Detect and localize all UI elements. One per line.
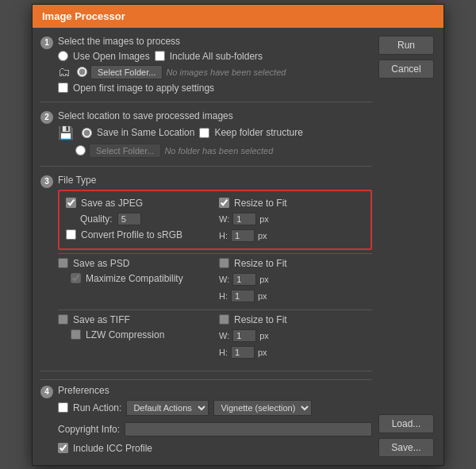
save-as-jpeg-checkbox[interactable] bbox=[66, 198, 76, 208]
resize-fit-psd-label: Resize to Fit bbox=[234, 258, 287, 269]
psd-h-input[interactable] bbox=[231, 290, 255, 302]
section4-content: Run Action: Default Actions Vignette (se… bbox=[58, 400, 372, 457]
tiff-h-input[interactable] bbox=[231, 346, 255, 359]
convert-profile-label: Convert Profile to sRGB bbox=[81, 229, 182, 240]
tiff-w-label: W: bbox=[219, 331, 229, 340]
save-as-tiff-checkbox[interactable] bbox=[58, 314, 68, 325]
folder-icon: 🗂 bbox=[58, 65, 71, 79]
jpeg-right-col: Resize to Fit W: px H: bbox=[219, 198, 364, 242]
tiff-h-row: H: px bbox=[219, 346, 372, 359]
tiff-h-label: H: bbox=[219, 348, 228, 357]
save-folder-button[interactable]: Select Folder... bbox=[89, 144, 161, 158]
section3-number: 3 bbox=[40, 175, 53, 188]
section1-row1: Use Open Images Include All sub-folders bbox=[58, 51, 372, 62]
open-first-image-checkbox[interactable] bbox=[58, 83, 68, 93]
run-action-checkbox[interactable] bbox=[58, 402, 68, 413]
max-compat-label: Maximize Compatibility bbox=[86, 273, 183, 284]
psd-right-col: Resize to Fit W: px H: bbox=[219, 258, 372, 302]
max-compat-checkbox[interactable] bbox=[71, 273, 81, 283]
include-subfolders-checkbox[interactable] bbox=[155, 51, 165, 61]
open-first-image-label: Open first image to apply settings bbox=[73, 83, 214, 94]
psd-section: Save as PSD Maximize Compatibility bbox=[58, 253, 372, 306]
jpeg-w-row: W: px bbox=[219, 213, 364, 225]
image-processor-dialog: Image Processor 1 Select the images to p… bbox=[32, 4, 444, 466]
use-open-images-label: Use Open Images bbox=[73, 51, 150, 62]
tiff-w-input[interactable] bbox=[232, 329, 256, 342]
save-jpeg-row: Save as JPEG bbox=[66, 198, 211, 209]
section2-header: 2 Select location to save processed imag… bbox=[40, 110, 372, 124]
save-as-psd-label: Save as PSD bbox=[73, 258, 129, 269]
resize-fit-psd-checkbox[interactable] bbox=[219, 258, 229, 268]
dialog-title: Image Processor bbox=[42, 10, 125, 22]
include-icc-label: Include ICC Profile bbox=[73, 443, 152, 454]
jpeg-inner: Save as JPEG Quality: 5 Convert Profile … bbox=[66, 198, 364, 242]
psd-h-px: px bbox=[258, 291, 267, 301]
save-tiff-row: Save as TIFF bbox=[58, 314, 211, 325]
default-actions-select[interactable]: Default Actions bbox=[126, 400, 209, 416]
section4-number: 4 bbox=[40, 386, 53, 398]
lzw-checkbox[interactable] bbox=[71, 329, 81, 340]
resize-fit-jpeg-checkbox[interactable] bbox=[219, 198, 229, 208]
section3-label: File Type bbox=[58, 175, 96, 186]
keep-folder-structure-label: Keep folder structure bbox=[214, 127, 302, 138]
resize-fit-jpeg-row: Resize to Fit bbox=[219, 198, 364, 209]
select-folder-radio[interactable] bbox=[77, 67, 87, 77]
main-panel: 1 Select the images to process Use Open … bbox=[40, 36, 372, 457]
section2-row1: 💾 Save in Same Location Keep folder stru… bbox=[58, 125, 372, 140]
tiff-right-col: Resize to Fit W: px H: bbox=[219, 314, 372, 359]
quality-row: Quality: 5 bbox=[80, 213, 211, 225]
tiff-section: Save as TIFF LZW Compression bbox=[58, 309, 372, 363]
psd-h-row: H: px bbox=[219, 290, 372, 302]
cancel-button[interactable]: Cancel bbox=[378, 60, 434, 79]
section4-header: 4 Preferences bbox=[40, 385, 372, 398]
side-panel: Run Cancel Load... Save... bbox=[378, 36, 436, 457]
section1-header: 1 Select the images to process bbox=[40, 36, 372, 49]
psd-inner: Save as PSD Maximize Compatibility bbox=[58, 258, 372, 302]
section2-number: 2 bbox=[40, 111, 53, 124]
convert-profile-row: Convert Profile to sRGB bbox=[66, 229, 211, 240]
copyright-row: Copyright Info: bbox=[58, 422, 372, 436]
section2-label: Select location to save processed images bbox=[58, 110, 233, 121]
save-select-folder-radio[interactable] bbox=[75, 145, 86, 156]
save-as-psd-checkbox[interactable] bbox=[58, 258, 68, 268]
jpeg-h-row: H: px bbox=[219, 229, 364, 242]
save-icon: 💾 bbox=[58, 125, 74, 140]
jpeg-h-input[interactable] bbox=[231, 229, 255, 242]
convert-profile-checkbox[interactable] bbox=[66, 229, 76, 240]
run-action-row: Run Action: Default Actions Vignette (se… bbox=[58, 400, 372, 416]
tiff-w-px: px bbox=[259, 331, 269, 340]
use-open-images-radio[interactable] bbox=[58, 51, 68, 61]
include-icc-checkbox[interactable] bbox=[58, 443, 68, 453]
tiff-inner: Save as TIFF LZW Compression bbox=[58, 314, 372, 359]
save-same-location-radio[interactable] bbox=[82, 128, 92, 138]
load-button[interactable]: Load... bbox=[378, 414, 434, 433]
section3-header: 3 File Type bbox=[40, 175, 372, 188]
jpeg-w-input[interactable] bbox=[232, 213, 256, 225]
quality-label: Quality: bbox=[80, 213, 113, 225]
lzw-label: LZW Compression bbox=[86, 329, 164, 340]
select-folder-button[interactable]: Select Folder... bbox=[90, 65, 163, 79]
copyright-input[interactable] bbox=[125, 422, 372, 436]
psd-w-row: W: px bbox=[219, 273, 372, 286]
save-psd-row: Save as PSD bbox=[58, 258, 211, 269]
jpeg-h-px: px bbox=[258, 231, 267, 240]
run-action-label: Run Action: bbox=[73, 402, 121, 413]
section2-content: 💾 Save in Same Location Keep folder stru… bbox=[58, 125, 372, 158]
jpeg-w-px: px bbox=[259, 214, 269, 224]
keep-folder-structure-checkbox[interactable] bbox=[199, 128, 209, 138]
save-button[interactable]: Save... bbox=[378, 438, 434, 457]
resize-fit-tiff-row: Resize to Fit bbox=[219, 314, 372, 325]
no-folder-text: No folder has been selected bbox=[164, 146, 273, 156]
vignette-select[interactable]: Vignette (selection) bbox=[213, 400, 312, 416]
run-button[interactable]: Run bbox=[378, 36, 434, 55]
section4-label: Preferences bbox=[58, 385, 109, 396]
quality-input[interactable]: 5 bbox=[117, 213, 141, 225]
resize-fit-tiff-checkbox[interactable] bbox=[219, 314, 229, 325]
section1-label: Select the images to process bbox=[58, 36, 180, 47]
tiff-left-col: Save as TIFF LZW Compression bbox=[58, 314, 211, 359]
divider1 bbox=[40, 102, 372, 102]
tiff-h-px: px bbox=[258, 348, 267, 357]
psd-w-input[interactable] bbox=[232, 273, 256, 286]
icc-row: Include ICC Profile bbox=[58, 443, 372, 454]
psd-left-col: Save as PSD Maximize Compatibility bbox=[58, 258, 211, 302]
